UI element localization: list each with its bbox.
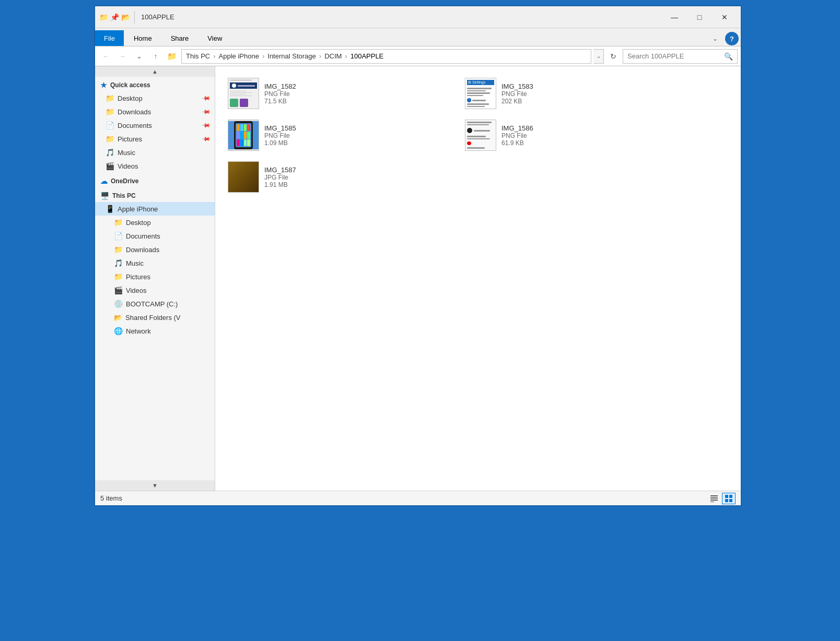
- svg-rect-2: [710, 500, 718, 501]
- file-name: IMG_1583: [501, 82, 690, 90]
- sidebar-item-label: Downloads: [126, 246, 159, 254]
- sidebar-item-label: Videos: [118, 162, 138, 170]
- maximize-button[interactable]: □: [687, 9, 711, 25]
- quick-access-label: Quick access: [110, 81, 150, 89]
- this-pc-label: This PC: [112, 192, 136, 199]
- file-item-img1583[interactable]: ⊞ Settings: [461, 75, 694, 112]
- sidebar-item-bootcamp[interactable]: 💿 BOOTCAMP (C:): [95, 297, 215, 311]
- music-icon: 🎵: [114, 259, 123, 267]
- search-input[interactable]: [627, 52, 721, 60]
- tab-home[interactable]: Home: [125, 30, 161, 46]
- sidebar-item-downloads2[interactable]: 📁 Downloads: [95, 243, 215, 256]
- file-name: IMG_1585: [264, 124, 452, 132]
- pin-icon: 📌: [201, 134, 211, 144]
- sidebar: ▲ ★ Quick access 📁 Desktop 📌 📁 Downloads…: [95, 66, 215, 491]
- svg-rect-6: [725, 499, 728, 502]
- sidebar-item-desktop2[interactable]: 📁 Desktop: [95, 216, 215, 229]
- svg-rect-7: [729, 499, 732, 502]
- list-view-button[interactable]: [707, 493, 721, 504]
- file-thumbnail: [228, 78, 259, 109]
- back-button[interactable]: ←: [98, 49, 113, 64]
- folder-icon: 📁: [114, 245, 123, 254]
- file-item-img1582[interactable]: IMG_1582 PNG File 71.5 KB: [224, 75, 457, 112]
- onedrive-header: ☁ OneDrive: [95, 173, 215, 187]
- sidebar-item-videos2[interactable]: 🎬 Videos: [95, 283, 215, 297]
- folder-icon: 📁: [114, 272, 123, 281]
- tab-view[interactable]: View: [199, 30, 231, 46]
- close-button[interactable]: ✕: [713, 9, 737, 25]
- status-item-count: 5 items: [100, 494, 122, 502]
- sidebar-item-pictures[interactable]: 📁 Pictures 📌: [95, 132, 215, 146]
- video-icon: 🎬: [114, 286, 123, 294]
- file-item-img1587[interactable]: IMG_1587 JPG File 1.91 MB: [224, 158, 457, 196]
- sidebar-item-network[interactable]: 🌐 Network: [95, 324, 215, 338]
- sidebar-scroll-down[interactable]: ▼: [95, 480, 215, 491]
- file-type: JPG File: [264, 174, 452, 181]
- sidebar-item-documents2[interactable]: 📄 Documents: [95, 229, 215, 243]
- sidebar-item-desktop[interactable]: 📁 Desktop 📌: [95, 91, 215, 105]
- sidebar-item-videos[interactable]: 🎬 Videos: [95, 159, 215, 173]
- file-thumbnail: [228, 161, 259, 193]
- breadcrumb-apple-iphone[interactable]: Apple iPhone: [219, 52, 259, 60]
- file-item-img1585[interactable]: IMG_1585 PNG File 1.09 MB: [224, 116, 457, 154]
- sidebar-item-documents[interactable]: 📄 Documents 📌: [95, 118, 215, 132]
- title-bar-icons: 📁 📌 📂: [99, 13, 130, 21]
- search-icon[interactable]: 🔍: [724, 52, 733, 61]
- ribbon-tabs: File Home Share View ⌄ ?: [95, 28, 741, 46]
- breadcrumb-internal-storage[interactable]: Internal Storage: [267, 52, 316, 60]
- sidebar-item-music2[interactable]: 🎵 Music: [95, 256, 215, 270]
- sidebar-item-pictures2[interactable]: 📁 Pictures: [95, 270, 215, 283]
- title-bar: 📁 📌 📂 100APPLE — □ ✕: [95, 6, 741, 28]
- file-info: IMG_1585 PNG File 1.09 MB: [264, 124, 452, 147]
- sidebar-item-label: Desktop: [126, 219, 151, 227]
- this-pc-header: 🖥️ This PC: [95, 187, 215, 202]
- file-grid: IMG_1582 PNG File 71.5 KB ⊞ Settings: [224, 75, 694, 196]
- folder-icon: 📁: [99, 13, 108, 21]
- address-path[interactable]: This PC › Apple iPhone › Internal Storag…: [181, 49, 591, 64]
- file-size: 1.91 MB: [264, 181, 452, 188]
- recent-locations-button[interactable]: ⌄: [132, 49, 146, 64]
- document-icon: 📄: [106, 121, 114, 129]
- icon-view-button[interactable]: [722, 493, 736, 504]
- sidebar-scroll-up[interactable]: ▲: [95, 66, 215, 77]
- file-item-img1586[interactable]: IMG_1586 PNG File 61.9 KB: [461, 116, 694, 154]
- tab-file[interactable]: File: [95, 30, 124, 46]
- minimize-button[interactable]: —: [662, 9, 686, 25]
- sidebar-item-label: Desktop: [118, 94, 143, 102]
- sidebar-content: ★ Quick access 📁 Desktop 📌 📁 Downloads 📌…: [95, 77, 215, 480]
- sidebar-item-label: Apple iPhone: [118, 205, 158, 213]
- breadcrumb-dcim[interactable]: DCIM: [324, 52, 342, 60]
- address-refresh-button[interactable]: ↻: [606, 49, 621, 64]
- sidebar-item-shared-folders[interactable]: 📂 Shared Folders (V: [95, 311, 215, 324]
- up-button[interactable]: ↑: [148, 49, 163, 64]
- breadcrumb-this-pc[interactable]: This PC: [186, 52, 210, 60]
- ribbon-right: ⌄ ?: [707, 31, 741, 46]
- pc-icon: 🖥️: [100, 192, 109, 200]
- sidebar-item-downloads[interactable]: 📁 Downloads 📌: [95, 105, 215, 118]
- network-icon: 🌐: [114, 327, 123, 335]
- breadcrumb-current: 100APPLE: [351, 52, 384, 60]
- sidebar-item-label: Videos: [126, 287, 147, 294]
- sidebar-item-apple-iphone[interactable]: 📱 Apple iPhone: [95, 202, 215, 216]
- address-dropdown-button[interactable]: ⌄: [593, 49, 604, 64]
- file-thumbnail: ⊞ Settings: [465, 78, 496, 109]
- file-thumbnail: [465, 120, 496, 151]
- quick-access-header: ★ Quick access: [95, 77, 215, 91]
- forward-button[interactable]: →: [115, 49, 130, 64]
- ribbon-help-button[interactable]: ?: [725, 32, 739, 45]
- svg-rect-3: [710, 502, 714, 502]
- pin-icon: 📌: [110, 13, 119, 21]
- sidebar-item-label: Music: [126, 259, 144, 267]
- search-box[interactable]: 🔍: [623, 49, 738, 64]
- folder-icon: 📁: [114, 218, 123, 227]
- sidebar-item-label: Network: [126, 327, 151, 335]
- tab-share[interactable]: Share: [162, 30, 198, 46]
- ribbon-collapse-button[interactable]: ⌄: [707, 31, 723, 46]
- file-type: PNG File: [264, 90, 452, 98]
- onedrive-label: OneDrive: [111, 177, 138, 185]
- file-thumbnail: [228, 120, 259, 151]
- shared-folder-icon: 📂: [114, 314, 122, 322]
- sidebar-item-music[interactable]: 🎵 Music: [95, 146, 215, 159]
- svg-rect-4: [725, 495, 728, 498]
- status-bar: 5 items: [95, 491, 741, 505]
